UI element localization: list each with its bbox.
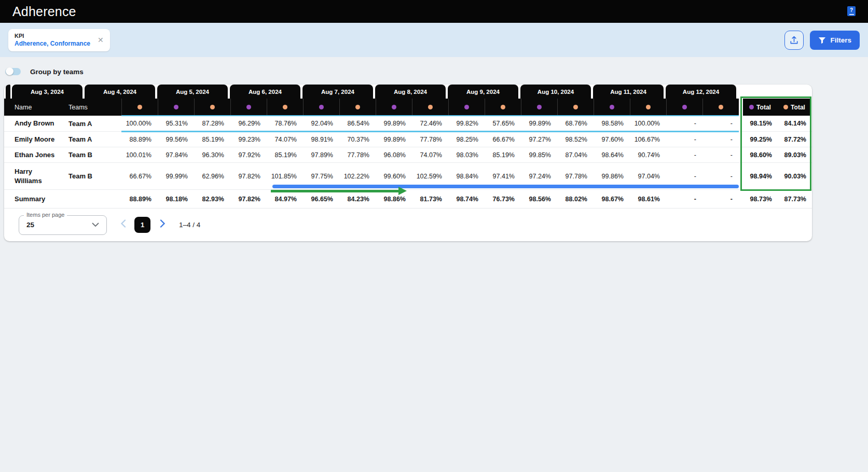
value-cell: 97.60% — [594, 136, 630, 143]
metric-column-header — [339, 99, 376, 116]
purple-metric-dot-icon — [319, 105, 324, 109]
close-icon[interactable]: ✕ — [98, 36, 104, 44]
value-cell: 90.74% — [630, 151, 666, 159]
value-cell: 66.67% — [121, 173, 158, 180]
date-tab: Aug 6, 2024 — [230, 85, 300, 99]
value-cell: 98.86% — [376, 196, 412, 203]
value-cell: 97.04% — [630, 173, 666, 180]
value-cell: 99.89% — [376, 136, 412, 143]
value-cell: 76.73% — [485, 196, 521, 203]
metric-column-header — [376, 99, 412, 116]
table-row: Emily MooreTeam A88.89%99.56%85.19%99.23… — [4, 132, 812, 147]
app-bar: Adherence ? — [0, 0, 868, 23]
value-cell: 99.56% — [158, 136, 194, 143]
value-cell: 99.89% — [376, 120, 412, 127]
value-cell: 88.89% — [121, 196, 158, 203]
value-cell: 100.00% — [121, 120, 158, 127]
date-tabs-row: Aug 3, 2024Aug 4, 2024Aug 5, 2024Aug 6, … — [4, 85, 812, 99]
row-highlight-top-line — [121, 115, 739, 117]
adherence-table-card: Aug 3, 2024Aug 4, 2024Aug 5, 2024Aug 6, … — [4, 85, 812, 241]
total-value-cell: 90.03% — [777, 173, 811, 180]
value-cell: 99.99% — [158, 173, 194, 180]
value-cell: 97.92% — [230, 151, 267, 159]
date-tab: Aug 8, 2024 — [375, 85, 446, 99]
summary-label: Summary — [4, 195, 61, 204]
metric-column-header — [666, 99, 702, 116]
value-cell: 99.23% — [230, 136, 267, 143]
help-icon-bar — [849, 14, 854, 15]
items-per-page-select[interactable]: Items per page 25 — [19, 215, 107, 235]
date-tab: Aug 10, 2024 — [520, 85, 591, 99]
help-icon[interactable]: ? — [847, 6, 856, 16]
team-cell: Team A — [61, 135, 121, 143]
current-page-button[interactable]: 1 — [134, 217, 150, 233]
value-cell: - — [702, 173, 739, 180]
value-cell: 99.60% — [376, 173, 412, 180]
value-cell: 99.86% — [594, 173, 630, 180]
value-cell: 95.31% — [158, 120, 194, 127]
filter-funnel-icon — [818, 37, 826, 44]
metric-column-header — [412, 99, 448, 116]
green-annotation-arrow — [271, 190, 399, 192]
orange-metric-dot-icon — [783, 105, 788, 109]
value-cell: - — [702, 196, 739, 203]
header-gap — [739, 99, 743, 116]
value-cell: 87.04% — [557, 151, 594, 159]
value-cell: 62.96% — [194, 173, 230, 180]
table-row: Ethan JonesTeam B100.01%97.84%96.30%97.9… — [4, 147, 812, 163]
metric-column-header — [230, 99, 267, 116]
orange-metric-dot-icon — [573, 105, 578, 109]
purple-metric-dot-icon — [392, 105, 396, 109]
value-cell: 66.67% — [485, 136, 521, 143]
agent-name-cell: Harry Williams — [4, 167, 61, 185]
date-tab: Aug 11, 2024 — [593, 85, 664, 99]
value-cell: 88.89% — [121, 136, 158, 143]
kpi-filter-chip[interactable]: KPI Adherence, Conformance ✕ — [8, 29, 110, 51]
table-row: Andy BrownTeam A100.00%95.31%87.28%96.29… — [4, 116, 812, 132]
toggle-knob — [6, 67, 13, 75]
previous-page-button[interactable] — [120, 219, 126, 230]
team-cell: Team A — [61, 120, 121, 128]
team-cell: Team B — [61, 172, 121, 180]
value-cell: 97.82% — [230, 196, 267, 203]
value-cell: 77.78% — [412, 136, 448, 143]
metric-column-header — [121, 99, 158, 116]
blue-annotation-bar — [272, 185, 739, 188]
pagination-range: 1–4 / 4 — [179, 221, 200, 229]
value-cell: 102.22% — [339, 173, 376, 180]
value-cell: 98.03% — [448, 151, 485, 159]
value-cell: 92.04% — [303, 120, 339, 127]
value-cell: 98.67% — [594, 196, 630, 203]
total-header-label: Total — [791, 104, 805, 111]
total-value-cell: 87.72% — [777, 136, 811, 143]
export-button[interactable] — [784, 31, 804, 50]
value-cell: 96.29% — [230, 120, 267, 127]
value-cell: 88.02% — [557, 196, 594, 203]
filters-button[interactable]: Filters — [810, 31, 860, 50]
value-cell: 97.24% — [521, 173, 557, 180]
value-cell: - — [702, 151, 739, 159]
value-cell: - — [702, 120, 739, 127]
value-cell: 70.37% — [339, 136, 376, 143]
next-page-button[interactable] — [160, 219, 166, 230]
group-by-teams-label: Group by teams — [30, 68, 84, 76]
purple-metric-dot-icon — [246, 105, 251, 109]
value-cell: - — [666, 173, 702, 180]
value-cell: 99.85% — [521, 151, 557, 159]
date-tab: Aug 3, 2024 — [12, 85, 82, 99]
purple-metric-dot-icon — [682, 105, 687, 109]
pagination-bar: Items per page 25 1 1–4 / 4 — [4, 208, 812, 241]
value-cell: 102.59% — [412, 173, 448, 180]
metric-column-header — [702, 99, 739, 116]
value-cell: 74.07% — [412, 151, 448, 159]
metric-column-header — [158, 99, 194, 116]
value-cell: 81.73% — [412, 196, 448, 203]
metric-column-header — [630, 99, 666, 116]
value-cell: 100.00% — [630, 120, 666, 127]
group-by-teams-toggle[interactable] — [5, 68, 21, 75]
date-tab: Aug 9, 2024 — [448, 85, 518, 99]
items-per-page-value: 25 — [26, 221, 34, 229]
purple-metric-dot-icon — [610, 105, 614, 109]
value-cell: 77.78% — [339, 151, 376, 159]
total-value-cell: 87.73% — [777, 196, 811, 203]
